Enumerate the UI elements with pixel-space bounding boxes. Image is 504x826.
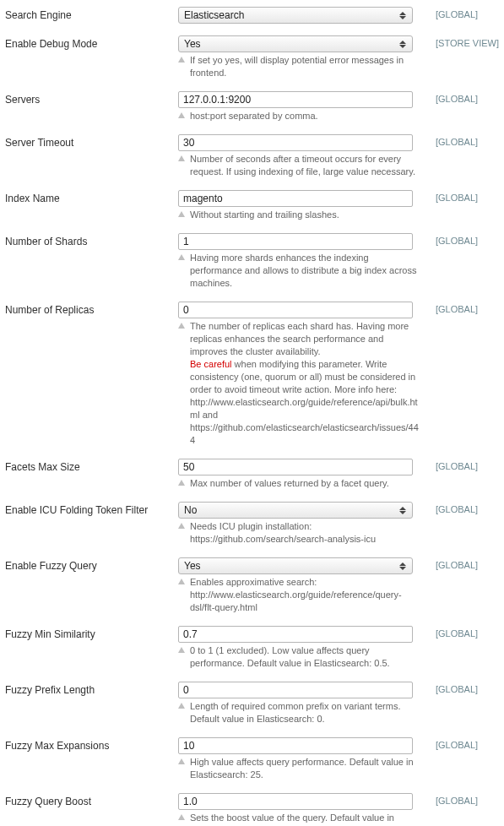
triangle-icon — [178, 703, 185, 709]
hint-text: 0 to 1 (1 excluded). Low value affects q… — [190, 644, 422, 670]
scope-badge: [GLOBAL] — [427, 134, 499, 147]
select-arrows-icon — [397, 503, 409, 518]
fuzzy-boost-input[interactable] — [178, 793, 413, 810]
triangle-icon — [178, 155, 185, 161]
debug-select[interactable]: Yes — [178, 35, 413, 52]
scope-badge: [GLOBAL] — [427, 459, 499, 471]
servers-input[interactable] — [178, 91, 413, 108]
scope-badge: [GLOBAL] — [427, 91, 499, 104]
label-fuzzy-max: Fuzzy Max Expansions — [5, 737, 178, 752]
label-shards: Number of Shards — [5, 233, 178, 247]
triangle-icon — [178, 323, 185, 329]
fuzzy-select[interactable]: Yes — [178, 557, 413, 574]
hint-text: Number of seconds after a timeout occurs… — [190, 153, 422, 178]
hint-text: host:port separated by comma. — [190, 110, 318, 122]
hint-text: Length of required common prefix on vari… — [190, 700, 422, 725]
select-arrows-icon — [397, 36, 409, 52]
scope-badge: [GLOBAL] — [427, 7, 499, 19]
triangle-icon — [178, 254, 185, 260]
index-input[interactable] — [178, 190, 413, 207]
hint: Number of seconds after a timeout occurs… — [178, 153, 427, 178]
triangle-icon — [178, 758, 185, 764]
scope-badge: [GLOBAL] — [427, 557, 499, 570]
icu-select[interactable]: No — [178, 502, 413, 519]
label-icu: Enable ICU Folding Token Filter — [5, 502, 178, 516]
hint-text: Needs ICU plugin installation: https://g… — [190, 520, 422, 546]
label-index: Index Name — [5, 190, 178, 204]
hint: If set yo yes, will display potential er… — [178, 54, 427, 79]
warning-text: Be careful — [190, 359, 232, 369]
scope-badge: [GLOBAL] — [427, 626, 499, 639]
replicas-input[interactable] — [178, 302, 413, 318]
scope-badge: [GLOBAL] — [427, 737, 499, 750]
select-value: No — [184, 504, 197, 516]
scope-badge: [GLOBAL] — [427, 302, 499, 314]
hint-text: Without starting and trailing slashes. — [190, 209, 339, 221]
label-search-engine: Search Engine — [5, 7, 178, 21]
triangle-icon — [178, 647, 185, 653]
hint: Length of required common prefix on vari… — [178, 700, 427, 725]
hint: host:port separated by comma. — [178, 110, 427, 122]
hint: Max number of values returned by a facet… — [178, 477, 427, 490]
hint-text: Enables approximative search: http://www… — [190, 576, 422, 614]
label-replicas: Number of Replicas — [5, 302, 178, 316]
fuzzy-sim-input[interactable] — [178, 626, 413, 643]
select-arrows-icon — [397, 558, 409, 573]
hint: Needs ICU plugin installation: https://g… — [178, 520, 427, 546]
hint: High value affects query performance. De… — [178, 756, 427, 781]
timeout-input[interactable] — [178, 134, 413, 151]
hint: Having more shards enhances the indexing… — [178, 252, 427, 290]
label-debug: Enable Debug Mode — [5, 35, 178, 50]
scope-badge: [GLOBAL] — [427, 502, 499, 514]
hint-text: If set yo yes, will display potential er… — [190, 54, 422, 79]
label-fuzzy-prefix: Fuzzy Prefix Length — [5, 682, 178, 696]
triangle-icon — [178, 579, 185, 584]
triangle-icon — [178, 211, 185, 217]
label-fuzzy-sim: Fuzzy Min Similarity — [5, 626, 178, 640]
hint-text: Having more shards enhances the indexing… — [190, 252, 422, 290]
label-facets: Facets Max Size — [5, 459, 178, 473]
label-servers: Servers — [5, 91, 178, 106]
triangle-icon — [178, 523, 185, 529]
scope-badge: [GLOBAL] — [427, 190, 499, 203]
fuzzy-prefix-input[interactable] — [178, 682, 413, 698]
facets-input[interactable] — [178, 459, 413, 475]
hint: Sets the boost value of the query. Defau… — [178, 812, 427, 826]
triangle-icon — [178, 814, 185, 820]
hint-text: Max number of values returned by a facet… — [190, 477, 389, 490]
select-value: Yes — [184, 38, 201, 50]
fuzzy-max-input[interactable] — [178, 737, 413, 754]
label-timeout: Server Timeout — [5, 134, 178, 149]
triangle-icon — [178, 112, 185, 118]
scope-badge: [GLOBAL] — [427, 793, 499, 806]
shards-input[interactable] — [178, 233, 413, 250]
hint-text: Sets the boost value of the query. Defau… — [190, 812, 422, 826]
label-fuzzy: Enable Fuzzy Query — [5, 557, 178, 572]
scope-badge: [STORE VIEW] — [427, 35, 499, 48]
scope-badge: [GLOBAL] — [427, 233, 499, 246]
triangle-icon — [178, 480, 185, 486]
hint: 0 to 1 (1 excluded). Low value affects q… — [178, 644, 427, 670]
label-fuzzy-boost: Fuzzy Query Boost — [5, 793, 178, 807]
hint: The number of replicas each shard has. H… — [178, 320, 427, 447]
search-engine-select[interactable]: Elasticsearch — [178, 7, 413, 24]
select-value: Yes — [184, 560, 201, 572]
select-value: Elasticsearch — [184, 9, 244, 21]
triangle-icon — [178, 57, 185, 62]
hint-text: High value affects query performance. De… — [190, 756, 422, 781]
hint-text: The number of replicas each shard has. H… — [190, 320, 422, 447]
hint: Enables approximative search: http://www… — [178, 576, 427, 614]
select-arrows-icon — [397, 8, 409, 23]
scope-badge: [GLOBAL] — [427, 682, 499, 694]
hint: Without starting and trailing slashes. — [178, 209, 427, 221]
